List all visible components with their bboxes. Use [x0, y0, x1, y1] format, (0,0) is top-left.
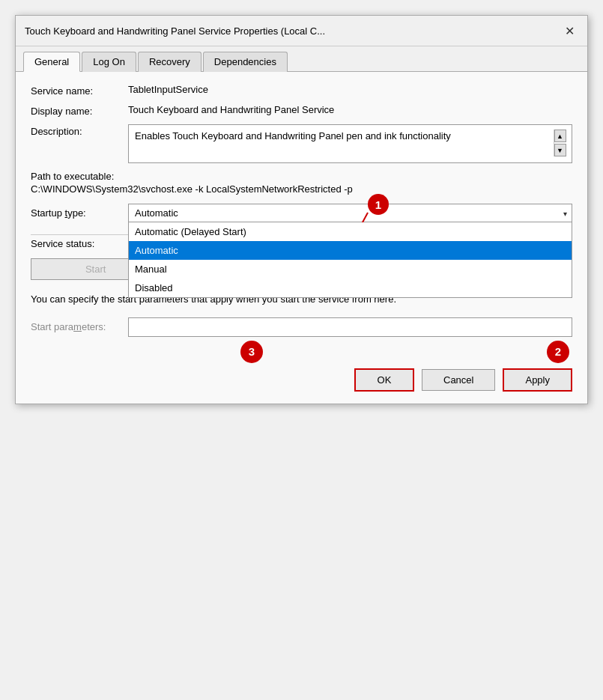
display-name-row: Display name: Touch Keyboard and Handwri… — [31, 104, 572, 117]
title-bar: Touch Keyboard and Handwriting Panel Ser… — [16, 16, 587, 46]
start-params-row: Start parameters: — [31, 317, 572, 337]
apply-button[interactable]: Apply — [503, 368, 572, 392]
service-name-row: Service name: TabletInputService — [31, 84, 572, 97]
tab-bar: General Log On Recovery Dependencies — [16, 46, 587, 72]
tab-dependencies[interactable]: Dependencies — [203, 52, 288, 72]
description-scrollbar[interactable]: ▲ ▼ — [554, 130, 566, 156]
description-value: Enables Touch Keyboard and Handwriting P… — [135, 130, 551, 143]
annotation-badge-3: 3 — [240, 341, 263, 363]
start-params-label: Start parameters: — [31, 321, 128, 332]
tab-recovery[interactable]: Recovery — [138, 52, 201, 72]
option-manual[interactable]: Manual — [129, 260, 572, 279]
tab-content-general: Service name: TabletInputService Display… — [16, 72, 587, 361]
display-name-label: Display name: — [31, 104, 128, 117]
description-row: Description: Enables Touch Keyboard and … — [31, 124, 572, 163]
scroll-down-button[interactable]: ▼ — [554, 144, 566, 156]
option-automatic[interactable]: Automatic — [129, 241, 572, 260]
cancel-button[interactable]: Cancel — [422, 369, 495, 391]
service-name-label: Service name: — [31, 84, 128, 97]
description-label: Description: — [31, 124, 128, 137]
dialog-footer: OK Cancel Apply — [16, 361, 587, 404]
display-name-value: Touch Keyboard and Handwriting Panel Ser… — [128, 104, 572, 115]
description-box: Enables Touch Keyboard and Handwriting P… — [128, 124, 572, 163]
tab-general[interactable]: General — [23, 52, 80, 72]
path-value: C:\WINDOWS\System32\svchost.exe -k Local… — [31, 183, 572, 195]
startup-selected-value: Automatic — [135, 207, 178, 219]
annotation-badge-1: 1 — [368, 194, 389, 215]
tab-logon[interactable]: Log On — [82, 52, 136, 72]
dropdown-arrow-icon: ▾ — [563, 209, 567, 217]
close-button[interactable]: ✕ — [560, 22, 578, 40]
startup-dropdown-list: Automatic (Delayed Start) Automatic Manu… — [128, 222, 572, 298]
service-status-label: Service status: — [31, 238, 128, 249]
dialog-title: Touch Keyboard and Handwriting Panel Ser… — [25, 25, 325, 37]
option-automatic-delayed[interactable]: Automatic (Delayed Start) — [129, 222, 572, 241]
properties-dialog: Touch Keyboard and Handwriting Panel Ser… — [15, 15, 588, 404]
path-section: Path to executable: C:\WINDOWS\System32\… — [31, 171, 572, 195]
path-label: Path to executable: — [31, 171, 572, 182]
option-disabled[interactable]: Disabled — [129, 279, 572, 297]
scroll-up-button[interactable]: ▲ — [554, 130, 566, 142]
service-name-value: TabletInputService — [128, 84, 572, 95]
startup-dropdown[interactable]: Automatic ▾ — [128, 204, 572, 222]
startup-dropdown-container: Automatic ▾ Automatic (Delayed Start) Au… — [128, 204, 572, 222]
annotation-badge-2: 2 — [547, 341, 569, 363]
start-params-input[interactable] — [128, 317, 572, 337]
startup-label: Startup type: — [31, 207, 128, 219]
startup-row: Startup type: Automatic ▾ Automatic (Del… — [31, 204, 572, 222]
ok-button[interactable]: OK — [354, 368, 414, 392]
